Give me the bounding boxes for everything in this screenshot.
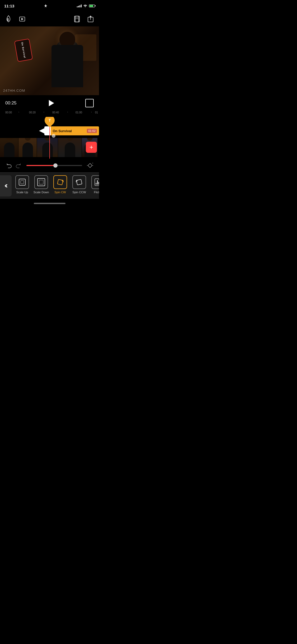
- spin-ccw-icon-box: [72, 175, 86, 189]
- text-track-duration: 01:02: [87, 129, 97, 133]
- progress-handle[interactable]: [53, 163, 58, 168]
- person-subject: [46, 32, 88, 95]
- track-left-handle[interactable]: [39, 128, 44, 134]
- home-bar: [34, 203, 65, 204]
- top-toolbar: [0, 12, 99, 26]
- video-background: On Survival 247HH.COM: [0, 26, 99, 95]
- current-time: 00:25: [5, 100, 17, 106]
- bottom-controls: [0, 159, 99, 172]
- effect-toolbar: Scale Up Scale Down Spin CW: [0, 172, 99, 199]
- flame-icon[interactable]: [4, 15, 13, 23]
- timeline-tracks: T On Survival 01:02: [0, 117, 99, 159]
- svg-rect-17: [76, 179, 82, 185]
- ruler-mark-40: 00:40: [52, 111, 59, 114]
- pin-line: [49, 126, 50, 159]
- playhead[interactable]: T: [45, 117, 55, 159]
- effect-spin-ccw[interactable]: Spin CCW: [70, 175, 89, 194]
- svg-rect-12: [19, 179, 25, 185]
- effect-scale-up[interactable]: Scale Up: [13, 175, 32, 194]
- scale-down-label: Scale Down: [34, 191, 49, 194]
- ruler-mark-60: 01:00: [76, 111, 82, 114]
- home-indicator: [0, 199, 99, 208]
- keyframe-button[interactable]: [85, 161, 95, 170]
- video-preview: On Survival 247HH.COM: [0, 26, 99, 95]
- toolbar-left: [4, 15, 26, 23]
- playback-controls: 00:25: [0, 95, 99, 111]
- svg-rect-14: [37, 178, 45, 186]
- play-button[interactable]: [46, 98, 56, 108]
- sticker-text: On Survival: [21, 42, 26, 58]
- location-icon: [44, 4, 48, 7]
- svg-rect-13: [21, 181, 24, 184]
- signal-icon: [77, 4, 82, 7]
- scale-up-icon-box: [15, 175, 29, 189]
- undo-button[interactable]: [4, 161, 14, 170]
- toolbar-right: [73, 15, 95, 23]
- flicker-icon-box: [91, 175, 99, 189]
- effect-scale-down[interactable]: Scale Down: [32, 175, 51, 194]
- timeline-area: 00:00 • 00:20 • 00:40 • 01:00 • 01 T: [0, 111, 99, 159]
- ruler-mark-20: 00:20: [29, 111, 36, 114]
- progress-bar[interactable]: [26, 165, 82, 166]
- svg-rect-18: [95, 179, 99, 186]
- progress-fill: [26, 165, 57, 166]
- share-icon[interactable]: [86, 15, 95, 23]
- svg-marker-1: [21, 18, 23, 20]
- fullscreen-button[interactable]: [85, 99, 94, 107]
- play-card-icon[interactable]: [18, 15, 26, 23]
- status-bar: 11:13: [0, 0, 99, 12]
- spin-cw-icon-box: [53, 175, 67, 189]
- scale-up-label: Scale Up: [16, 191, 28, 194]
- book-icon[interactable]: [73, 15, 81, 23]
- text-track-bar[interactable]: On Survival 01:02: [51, 126, 99, 135]
- timeline-ruler: 00:00 • 00:20 • 00:40 • 01:00 • 01: [0, 111, 99, 117]
- video-thumb-2: [18, 138, 37, 157]
- status-time: 11:13: [4, 4, 14, 8]
- video-thumb-1: [0, 138, 18, 157]
- effect-spin-cw[interactable]: Spin CW: [51, 175, 70, 194]
- add-clip-button[interactable]: +: [86, 142, 97, 153]
- spin-cw-label: Spin CW: [54, 191, 66, 194]
- svg-rect-16: [57, 179, 63, 185]
- svg-rect-15: [39, 180, 43, 184]
- video-thumb-4: [58, 138, 82, 157]
- battery-icon: [89, 4, 95, 7]
- ruler-mark-end: 01: [95, 111, 98, 114]
- collapse-button[interactable]: [0, 175, 12, 196]
- wifi-icon: [83, 4, 87, 7]
- spin-ccw-label: Spin CCW: [72, 191, 86, 194]
- redo-button[interactable]: [14, 161, 23, 170]
- effect-flicker[interactable]: Flicker: [89, 175, 99, 194]
- status-icons: [77, 4, 95, 7]
- scale-down-icon-box: [34, 175, 48, 189]
- text-track-label: On Survival: [53, 129, 87, 133]
- svg-marker-8: [88, 163, 92, 168]
- pin-marker: T: [43, 117, 57, 127]
- ruler-mark-0: 00:00: [5, 111, 12, 114]
- watermark: 247HH.COM: [3, 89, 25, 93]
- text-sticker-overlay[interactable]: On Survival: [14, 39, 33, 62]
- flicker-label: Flicker: [94, 191, 99, 194]
